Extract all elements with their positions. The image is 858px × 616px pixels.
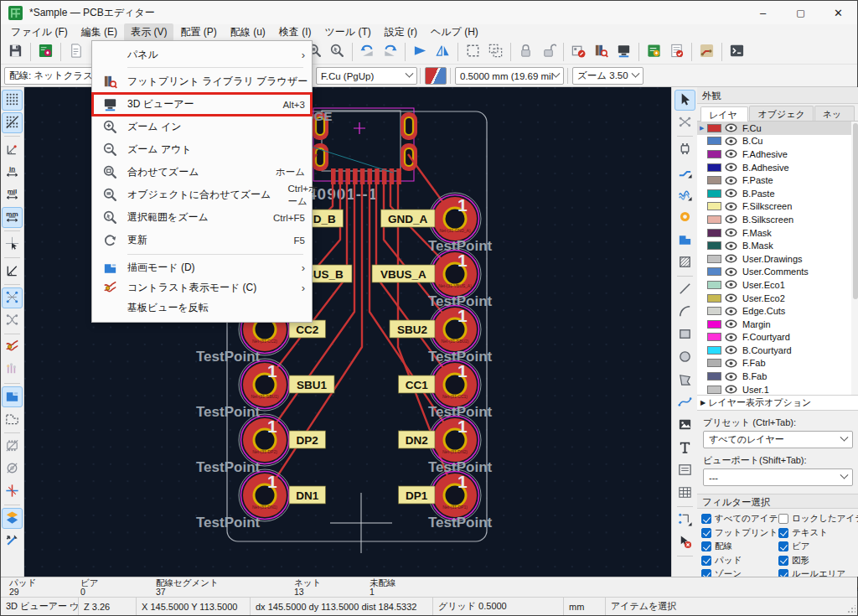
layer-row-Edge.Cuts[interactable]: Edge.Cuts: [697, 304, 858, 318]
menubar-item-4[interactable]: 配置 (P): [173, 23, 223, 41]
unlock-button[interactable]: [537, 41, 560, 63]
layer-color-swatch[interactable]: [707, 372, 721, 380]
footprint-editor-button[interactable]: [567, 41, 590, 63]
visibility-eye-icon[interactable]: [725, 333, 738, 342]
via-button[interactable]: [675, 207, 695, 228]
visibility-eye-icon[interactable]: [725, 293, 738, 303]
image-button[interactable]: [675, 415, 695, 436]
angle-snap-button[interactable]: [2, 261, 23, 282]
checkbox[interactable]: [701, 541, 711, 551]
visibility-eye-icon[interactable]: [725, 202, 738, 211]
grid-overrides-button[interactable]: [2, 112, 23, 133]
menubar-item-9[interactable]: ヘルプ (H): [424, 23, 485, 41]
checkbox[interactable]: [778, 528, 788, 538]
diff-pair-button[interactable]: [675, 184, 695, 205]
layer-color-swatch[interactable]: [707, 202, 721, 210]
high-contrast-button[interactable]: [2, 337, 23, 358]
visibility-eye-icon[interactable]: [725, 123, 738, 132]
ungroup-button[interactable]: [484, 41, 507, 63]
menubar-item-3[interactable]: 表示 (V): [124, 23, 173, 41]
filter-フットプリント[interactable]: フットプリント: [701, 527, 778, 539]
filter-ロックしたアイテム[interactable]: ロックしたアイテム: [778, 513, 857, 525]
layer-color-swatch[interactable]: [707, 163, 721, 172]
layer-row-B.Fab[interactable]: B.Fab: [697, 370, 858, 383]
rect-button[interactable]: [675, 324, 695, 345]
visibility-eye-icon[interactable]: [725, 228, 738, 237]
zone-button[interactable]: [675, 230, 695, 251]
visibility-eye-icon[interactable]: [725, 189, 738, 198]
minimize-button[interactable]: –: [744, 1, 782, 24]
visibility-eye-icon[interactable]: [725, 385, 738, 394]
undo-button[interactable]: [356, 41, 379, 63]
drc-button[interactable]: [665, 41, 688, 63]
menu-item-更新[interactable]: 更新F5: [92, 229, 312, 251]
layer-color-swatch[interactable]: [707, 386, 721, 394]
textbox-button[interactable]: [675, 460, 695, 481]
layer-row-B.Silkscreen[interactable]: B.Silkscreen: [697, 213, 858, 226]
board-setup-button[interactable]: [34, 41, 57, 63]
layer-color-swatch[interactable]: [707, 124, 721, 132]
layer-row-B.Adhesive[interactable]: B.Adhesive: [697, 161, 858, 174]
layer-row-User.Eco1[interactable]: User.Eco1: [697, 278, 858, 292]
layer-row-F.Mask[interactable]: F.Mask: [697, 226, 858, 240]
menubar-item-8[interactable]: 設定 (r): [378, 23, 424, 41]
rule-area-button[interactable]: [675, 252, 695, 273]
units-inches-button[interactable]: in: [2, 162, 23, 183]
filter-パッド[interactable]: パッド: [701, 555, 778, 567]
bezier-button[interactable]: [675, 392, 695, 413]
filter-すべてのアイテム[interactable]: すべてのアイテム: [701, 513, 778, 525]
menubar-item-5[interactable]: 配線 (u): [224, 23, 272, 41]
zone-outline-button[interactable]: [2, 409, 23, 430]
visibility-eye-icon[interactable]: [725, 307, 738, 316]
layer-color-swatch[interactable]: [707, 137, 721, 145]
visibility-eye-icon[interactable]: [725, 280, 738, 289]
layer-color-swatch[interactable]: [707, 255, 721, 263]
tab-オブジェクト[interactable]: オブジェクト: [749, 106, 813, 121]
layer-display-options[interactable]: ▶ レイヤー表示オプション: [697, 396, 858, 411]
visibility-eye-icon[interactable]: [725, 345, 738, 355]
layer-row-F.Silkscreen[interactable]: F.Silkscreen: [697, 200, 858, 214]
tab-レイヤー[interactable]: レイヤー: [700, 106, 748, 122]
visibility-eye-icon[interactable]: [725, 372, 738, 381]
outline-footprints-button[interactable]: [2, 436, 23, 457]
net-color-mode-button[interactable]: [2, 360, 23, 380]
viewport-combo[interactable]: ---: [703, 468, 853, 486]
route-track-button[interactable]: [675, 162, 695, 183]
menu-item-コントラスト表示モード (C)[interactable]: コントラスト表示モード (C)›: [92, 277, 312, 298]
layer-color-swatch[interactable]: [707, 294, 721, 303]
line-button[interactable]: [675, 279, 695, 300]
filter-ビア[interactable]: ビア: [778, 541, 857, 552]
library-browser-button[interactable]: [590, 41, 612, 63]
layer-color-swatch[interactable]: [707, 229, 721, 237]
layer-color-swatch[interactable]: [707, 267, 721, 276]
layer-color-swatch[interactable]: [707, 176, 721, 184]
track-width-value-combo[interactable]: 0.5000 mm (19.69 mils): [455, 67, 564, 85]
layer-color-swatch[interactable]: [707, 215, 721, 224]
menubar-item-6[interactable]: 検査 (I): [272, 23, 318, 41]
zoom-combo[interactable]: ズーム 3.50: [572, 67, 644, 85]
menu-item-パネル[interactable]: パネル›: [92, 44, 312, 65]
tab-ネット[interactable]: ネット: [814, 106, 855, 121]
visibility-eye-icon[interactable]: [725, 163, 738, 172]
filter-図形[interactable]: 図形: [778, 555, 857, 567]
3d-viewer-button[interactable]: [612, 41, 635, 63]
menu-item-フットプリント ライブラリ ブラウザー[interactable]: フットプリント ライブラリ ブラウザー: [92, 70, 312, 93]
menu-item-基板ビューを反転[interactable]: 基板ビューを反転: [92, 298, 312, 318]
menubar-item-2[interactable]: 編集 (E): [75, 23, 124, 41]
route-inspect-button[interactable]: [695, 41, 718, 63]
table-button[interactable]: [675, 483, 695, 504]
ratsnest-show-button[interactable]: [2, 287, 23, 308]
redo-button[interactable]: [379, 41, 401, 63]
menu-item-3D ビューアー[interactable]: 3D ビューアーAlt+3: [92, 93, 312, 116]
filter-テキスト[interactable]: テキスト: [778, 527, 857, 539]
zoom-selection-button[interactable]: [326, 41, 349, 63]
close-button[interactable]: ✕: [819, 1, 857, 24]
filter-配線[interactable]: 配線: [701, 541, 778, 552]
menu-item-描画モード (D)[interactable]: 描画モード (D)›: [92, 257, 312, 277]
checkbox[interactable]: [778, 556, 788, 566]
checkbox[interactable]: [701, 514, 711, 524]
lock-button[interactable]: [514, 41, 537, 63]
visibility-eye-icon[interactable]: [725, 176, 738, 185]
checkbox[interactable]: [701, 556, 711, 566]
layer-row-B.Paste[interactable]: B.Paste: [697, 187, 858, 200]
